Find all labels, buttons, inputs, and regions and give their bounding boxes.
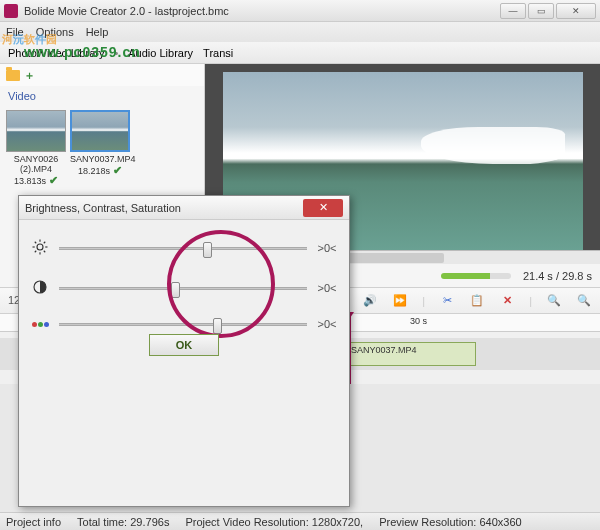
- svg-line-6: [44, 251, 46, 253]
- ok-button[interactable]: OK: [149, 334, 219, 356]
- zoom-in-icon[interactable]: 🔍: [576, 293, 592, 309]
- brightness-icon: [29, 238, 51, 258]
- thumbnail-image: [70, 110, 130, 152]
- menu-help[interactable]: Help: [86, 26, 109, 38]
- library-toolbar: ＋: [0, 64, 204, 86]
- maximize-button[interactable]: ▭: [528, 3, 554, 19]
- clip-name: SANY0037.MP4: [70, 154, 130, 164]
- clip-name: SANY0026 (2).MP4: [6, 154, 66, 174]
- svg-point-0: [37, 244, 43, 250]
- slider-thumb[interactable]: [213, 318, 222, 334]
- saturation-icon: [29, 322, 51, 327]
- saturation-slider[interactable]: [59, 323, 307, 326]
- library-item[interactable]: SANY0037.MP4 18.218s ✔: [70, 110, 130, 187]
- clip-duration: 13.813s: [14, 176, 46, 186]
- bcs-dialog: Brightness, Contrast, Saturation ✕ >0< >…: [18, 195, 350, 507]
- menubar: File Options Help: [0, 22, 600, 42]
- dialog-body: >0< >0< >0< OK: [19, 220, 349, 368]
- dialog-titlebar[interactable]: Brightness, Contrast, Saturation ✕: [19, 196, 349, 220]
- timeline-playhead[interactable]: [350, 314, 351, 384]
- contrast-row: >0<: [29, 278, 339, 298]
- zoom-out-icon[interactable]: 🔍: [546, 293, 562, 309]
- dialog-title: Brightness, Contrast, Saturation: [25, 202, 303, 214]
- window-title: Bolide Movie Creator 2.0 - lastproject.b…: [24, 5, 500, 17]
- status-total-time: Total time: 29.796s: [77, 516, 169, 528]
- library-thumbnails: SANY0026 (2).MP4 13.813s ✔ SANY0037.MP4 …: [0, 106, 204, 191]
- time-display: 21.4 s / 29.8 s: [523, 268, 592, 283]
- volume-slider[interactable]: [441, 273, 511, 279]
- svg-line-7: [35, 251, 37, 253]
- close-button[interactable]: ✕: [556, 3, 596, 19]
- saturation-reset[interactable]: >0<: [315, 318, 339, 330]
- brightness-reset[interactable]: >0<: [315, 242, 339, 254]
- contrast-icon: [29, 278, 51, 298]
- slider-thumb[interactable]: [171, 282, 180, 298]
- slider-thumb[interactable]: [203, 242, 212, 258]
- tab-transitions[interactable]: Transi: [203, 47, 233, 59]
- timeline-clip[interactable]: SANY0037.MP4: [346, 342, 476, 366]
- clip-duration: 18.218s: [78, 166, 110, 176]
- saturation-row: >0<: [29, 318, 339, 330]
- svg-line-5: [35, 242, 37, 244]
- menu-options[interactable]: Options: [36, 26, 74, 38]
- library-item[interactable]: SANY0026 (2).MP4 13.813s ✔: [6, 110, 66, 187]
- clipboard-icon[interactable]: 📋: [469, 293, 485, 309]
- time-total: 29.8 s: [562, 270, 592, 282]
- delete-icon[interactable]: ✕: [499, 293, 515, 309]
- time-current: 21.4 s: [523, 270, 553, 282]
- dialog-close-button[interactable]: ✕: [303, 199, 343, 217]
- app-icon: [4, 4, 18, 18]
- library-section-label: Video: [0, 86, 204, 106]
- window-buttons: — ▭ ✕: [500, 3, 596, 19]
- ruler-tick-label: 30 s: [410, 316, 427, 326]
- status-bar: Project info Total time: 29.796s Project…: [0, 512, 600, 530]
- minimize-button[interactable]: —: [500, 3, 526, 19]
- volume-icon[interactable]: 🔊: [362, 293, 378, 309]
- watermark-url: www.pc0359.cn: [24, 44, 141, 60]
- used-check-icon: ✔: [113, 164, 122, 176]
- status-preview-res: Preview Resolution: 640x360: [379, 516, 522, 528]
- window-titlebar: Bolide Movie Creator 2.0 - lastproject.b…: [0, 0, 600, 22]
- speed-icon[interactable]: ⏩: [392, 293, 408, 309]
- brightness-slider[interactable]: [59, 247, 307, 250]
- thumbnail-image: [6, 110, 66, 152]
- scissors-icon[interactable]: ✂: [439, 293, 455, 309]
- contrast-slider[interactable]: [59, 287, 307, 290]
- brightness-row: >0<: [29, 238, 339, 258]
- menu-file[interactable]: File: [6, 26, 24, 38]
- add-media-icon[interactable]: ＋: [24, 68, 35, 83]
- svg-line-8: [44, 242, 46, 244]
- status-video-res: Project Video Resolution: 1280x720,: [185, 516, 363, 528]
- status-project-info[interactable]: Project info: [6, 516, 61, 528]
- contrast-reset[interactable]: >0<: [315, 282, 339, 294]
- open-folder-icon[interactable]: [6, 70, 20, 81]
- used-check-icon: ✔: [49, 174, 58, 186]
